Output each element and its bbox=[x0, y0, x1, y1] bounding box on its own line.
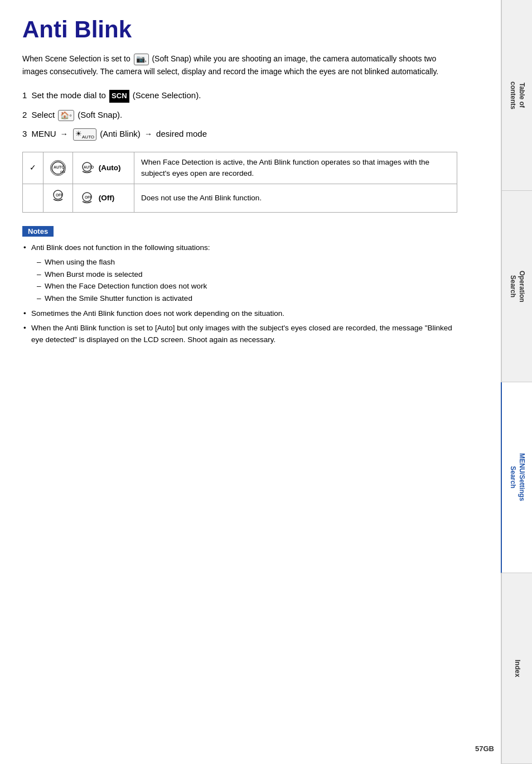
notes-sublist-item-4: When the Smile Shutter function is activ… bbox=[37, 292, 457, 305]
soft-snap-icon-step2: 🏠◦ bbox=[58, 110, 74, 121]
sidebar-tab-operation[interactable]: OperationSearch bbox=[501, 191, 532, 382]
notes-sublist-item-1: When using the flash bbox=[37, 256, 457, 268]
icon-cell-off: OFF bbox=[43, 184, 73, 213]
sidebar-tab-toc[interactable]: Table ofcontents bbox=[501, 0, 532, 191]
main-content: Anti Blink When Scene Selection is set t… bbox=[0, 0, 480, 379]
auto-description: When Face Detection is active, the Anti … bbox=[134, 152, 457, 184]
off-text: (Off) bbox=[99, 194, 114, 202]
svg-text:OFF: OFF bbox=[85, 195, 92, 199]
off-description: Does not use the Anti Blink function. bbox=[134, 184, 457, 213]
notes-header: Notes bbox=[22, 226, 54, 237]
checkmark-cell-auto: ✓ bbox=[23, 152, 43, 184]
notes-sublist-item-2: When Burst mode is selected bbox=[37, 268, 457, 281]
sidebar-menu-label: MENU/SettingsSearch bbox=[508, 453, 525, 501]
note-text-3: When the Anti Blink function is set to [… bbox=[31, 324, 452, 344]
notes-list: Anti Blink does not function in the foll… bbox=[22, 242, 457, 346]
sidebar-tab-index[interactable]: Index bbox=[501, 573, 532, 764]
auto-text: (Auto) bbox=[99, 164, 121, 172]
notes-sublist-1: When using the flash When Burst mode is … bbox=[37, 256, 457, 304]
notes-sublist-item-3: When the Face Detection function does no… bbox=[37, 280, 457, 292]
settings-table: ✓ AUTO OFF AUTO bbox=[22, 152, 457, 213]
note-text-2: Sometimes the Anti Blink function does n… bbox=[31, 309, 284, 318]
intro-paragraph: When Scene Selection is set to 📷‚ (Soft … bbox=[22, 52, 457, 78]
scn-badge: SCN bbox=[109, 90, 129, 103]
note-text-1: Anti Blink does not function in the foll… bbox=[31, 243, 210, 252]
sidebar-toc-label: Table ofcontents bbox=[508, 81, 525, 109]
page-number: 57GB bbox=[475, 744, 494, 753]
soft-snap-icon-intro: 📷‚ bbox=[134, 54, 149, 65]
steps-section: 1 Set the mode dial to SCN (Scene Select… bbox=[22, 89, 457, 141]
svg-text:AUTO: AUTO bbox=[84, 165, 94, 169]
auto-mode-icon: AUTO OFF bbox=[50, 160, 66, 176]
note-item-2: Sometimes the Anti Blink function does n… bbox=[22, 308, 457, 320]
anti-blink-icon-step3: ☀AUTO bbox=[73, 128, 96, 141]
off-label: OFF (Off) bbox=[73, 184, 134, 213]
auto-label: AUTO (Auto) bbox=[73, 152, 134, 184]
step-1: 1 Set the mode dial to SCN (Scene Select… bbox=[22, 89, 457, 103]
right-sidebar: Table ofcontents OperationSearch MENU/Se… bbox=[501, 0, 532, 764]
checkmark-cell-off bbox=[23, 184, 43, 213]
page-title: Anti Blink bbox=[22, 17, 457, 42]
sidebar-tab-menu[interactable]: MENU/SettingsSearch bbox=[501, 382, 532, 573]
note-item-3: When the Anti Blink function is set to [… bbox=[22, 323, 457, 346]
table-row-auto: ✓ AUTO OFF AUTO bbox=[23, 152, 457, 184]
sidebar-operation-label: OperationSearch bbox=[508, 271, 525, 302]
step-2: 2 Select 🏠◦ (Soft Snap). bbox=[22, 108, 457, 122]
svg-text:OFF: OFF bbox=[60, 170, 65, 174]
icon-cell-auto: AUTO OFF bbox=[43, 152, 73, 184]
svg-text:AUTO: AUTO bbox=[54, 165, 65, 169]
table-row-off: OFF OFF (Off) Does not use the Anti Blin… bbox=[23, 184, 457, 213]
arrow-icon-2: → bbox=[144, 129, 152, 138]
svg-text:OFF: OFF bbox=[56, 193, 63, 197]
step-3: 3 MENU → ☀AUTO (Anti Blink) → desired mo… bbox=[22, 127, 457, 141]
arrow-icon-1: → bbox=[60, 129, 68, 138]
sidebar-index-label: Index bbox=[512, 660, 521, 677]
notes-section: Notes Anti Blink does not function in th… bbox=[22, 226, 457, 346]
note-item-1: Anti Blink does not function in the foll… bbox=[22, 242, 457, 304]
